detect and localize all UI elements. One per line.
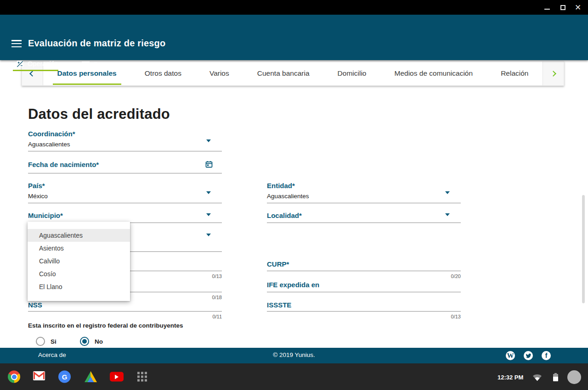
field-label: CURP* (267, 260, 289, 268)
dropdown-caret-icon[interactable] (206, 139, 211, 142)
close-icon: ✕ (575, 4, 581, 11)
field-entidad[interactable]: Entidad* Aguascalientes (267, 182, 461, 203)
dropdown-caret-icon[interactable] (206, 234, 211, 236)
page-title: Datos del acreditado (28, 106, 170, 123)
nav-label: Reportes (94, 61, 121, 68)
field-nss[interactable]: NSS 0/11 (28, 301, 222, 312)
window-maximize-button[interactable] (556, 0, 570, 15)
exposure-icon (17, 60, 23, 68)
scrollbar[interactable] (582, 195, 585, 303)
window-close-button[interactable]: ✕ (571, 0, 585, 15)
window-titlebar: ✕ (0, 0, 588, 15)
radio-label: No (95, 338, 103, 345)
menu-item-cosio[interactable]: Cosío (28, 267, 130, 280)
nav-item-reportes[interactable]: Reportes (82, 58, 123, 71)
tab-domicilio[interactable]: Domicilio (333, 61, 371, 85)
field-value: Aguascalientes (28, 141, 70, 148)
clock[interactable]: 12:32 PM (498, 374, 523, 381)
drive-icon[interactable] (85, 371, 97, 382)
facebook-icon[interactable]: f (542, 351, 551, 360)
google-icon[interactable]: G (58, 371, 71, 383)
tab-relacion[interactable]: Relación (496, 61, 533, 85)
dropdown-caret-icon[interactable] (206, 191, 211, 194)
field-label: IFE expedida en (267, 281, 319, 289)
field-label: Fecha de nacimiento* (28, 161, 99, 168)
field-label: País* (28, 182, 45, 189)
calendar-icon[interactable] (205, 161, 213, 170)
field-localidad[interactable]: Localidad* (267, 212, 461, 223)
menu-item-aguascalientes[interactable]: Aguascalientes (28, 229, 130, 242)
char-counter: 0/11 (212, 314, 222, 319)
dropdown-caret-icon[interactable] (445, 191, 450, 194)
gmail-icon[interactable] (33, 371, 45, 382)
nav-item-operacion[interactable]: Operación (13, 58, 58, 71)
chrome-icon[interactable] (8, 371, 20, 383)
nav-label: Operación (28, 60, 58, 67)
field-label: Entidad* (267, 182, 295, 189)
chevron-left-icon (29, 71, 35, 77)
wifi-icon[interactable] (532, 373, 542, 383)
list-icon (82, 61, 90, 67)
screen: ✕ Evaluación de matriz de riesgo Operaci… (0, 0, 588, 390)
char-counter: 0/13 (451, 314, 461, 319)
footer: Acerca de © 2019 Yunius. (0, 348, 588, 363)
app-title: Evaluación de matriz de riesgo (28, 38, 165, 49)
field-label: Coordinación* (28, 130, 75, 138)
field-label: Municipio* (28, 212, 63, 219)
menu-item-calvillo[interactable]: Calvillo (28, 255, 130, 267)
wordpress-icon[interactable]: W (506, 351, 515, 360)
menu-item-el-llano[interactable]: El Llano (28, 280, 130, 293)
menu-icon[interactable] (11, 40, 22, 48)
field-issste[interactable]: ISSSTE 0/13 (267, 301, 461, 312)
tab-cuenta-bancaria[interactable]: Cuenta bancaria (253, 61, 314, 85)
account-avatar[interactable] (567, 370, 581, 384)
field-ife-expedida[interactable]: IFE expedida en (267, 281, 461, 292)
apps-grid-icon[interactable] (137, 372, 147, 382)
radio-selected-icon (80, 337, 89, 346)
footer-copyright: © 2019 Yunius. (273, 351, 315, 358)
field-value: México (28, 193, 48, 200)
tabs-scroll-right-button[interactable] (543, 61, 564, 85)
window-minimize-button[interactable] (540, 0, 554, 15)
app-header: Evaluación de matriz de riesgo Operación… (0, 15, 588, 60)
municipio-dropdown-menu: Aguascalientes Asientos Calvillo Cosío E… (28, 222, 130, 301)
radio-si[interactable]: Si (36, 337, 57, 346)
radio-unselected-icon (36, 337, 45, 346)
radio-no[interactable]: No (80, 337, 103, 346)
minimize-icon (544, 9, 550, 10)
radio-label: Si (51, 338, 57, 345)
maximize-icon (560, 5, 565, 10)
tab-medios-comunicacion[interactable]: Medios de comunicación (390, 61, 478, 85)
footer-about-link[interactable]: Acerca de (38, 351, 66, 358)
field-label: NSS (28, 301, 42, 309)
tab-varios[interactable]: Varios (205, 61, 234, 85)
field-label: ISSSTE (267, 301, 291, 309)
char-counter: 0/20 (451, 273, 461, 279)
chevron-right-icon (550, 71, 556, 77)
field-curp[interactable]: CURP* 0/20 (267, 260, 461, 271)
rfc-question-label: Esta inscrito en el registro federal de … (28, 322, 183, 329)
dropdown-caret-icon[interactable] (445, 213, 450, 216)
field-value: Aguascalientes (267, 193, 309, 200)
twitter-icon[interactable] (524, 351, 533, 360)
dropdown-caret-icon[interactable] (206, 213, 211, 216)
tab-otros-datos[interactable]: Otros datos (140, 61, 186, 85)
youtube-icon[interactable] (110, 372, 124, 382)
menu-item-asientos[interactable]: Asientos (28, 242, 130, 255)
field-fecha-nacimiento[interactable]: Fecha de nacimiento* (28, 161, 222, 173)
field-coordinacion[interactable]: Coordinación* Aguascalientes (28, 130, 222, 151)
field-label: Localidad* (267, 212, 302, 219)
char-counter: 0/18 (212, 295, 222, 300)
field-pais[interactable]: País* México (28, 182, 222, 203)
battery-icon[interactable] (553, 373, 558, 381)
